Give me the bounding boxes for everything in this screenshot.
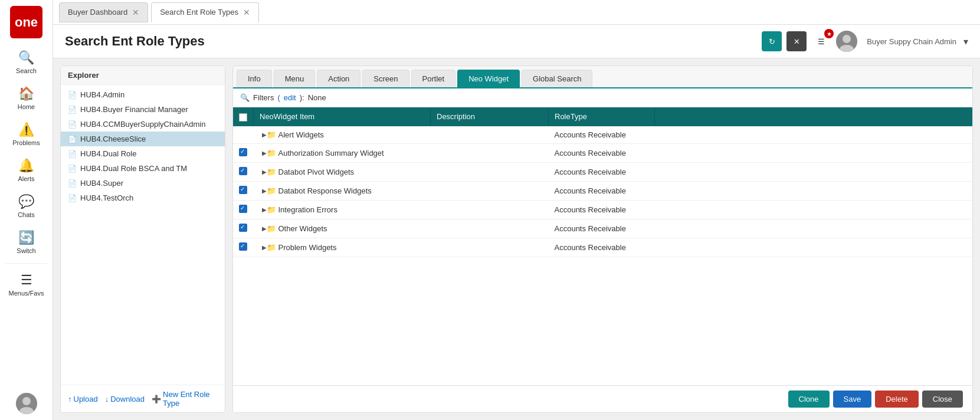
upload-arrow-icon: ↑ — [68, 395, 72, 403]
bottom-action-bar: Clone Save Delete Close — [233, 385, 972, 412]
row-name-5: ▶ 📁 Other Widgets — [254, 219, 431, 238]
delete-button[interactable]: Delete — [875, 391, 919, 408]
close-page-button[interactable]: ✕ — [786, 31, 807, 51]
explorer-item-hub4-ccm[interactable]: 📄 HUB4.CCMBuyerSupplyChainAdmin — [61, 117, 225, 132]
col-header-check[interactable] — [233, 107, 254, 126]
filters-edit-text[interactable]: edit — [284, 93, 296, 102]
explorer-item-label-0: HUB4.Admin — [80, 90, 124, 99]
checkbox-checked-4[interactable] — [239, 205, 247, 213]
sidebar-item-chats[interactable]: 💬 Chats — [0, 188, 53, 224]
checkbox-checked-3[interactable] — [239, 186, 247, 194]
explorer-item-hub4-dual-bsca[interactable]: 📄 HUB4.Dual Role BSCA and TM — [61, 161, 225, 176]
explorer-item-label-6: HUB4.Super — [80, 179, 123, 188]
tab-neo-widget[interactable]: Neo Widget — [457, 70, 520, 87]
tab-global-search[interactable]: Global Search — [522, 70, 592, 87]
tab-search-ent-role-types-label: Search Ent Role Types — [160, 8, 238, 17]
tab-buyer-dashboard[interactable]: Buyer Dashboard ✕ — [59, 2, 148, 22]
tab-menu[interactable]: Menu — [274, 70, 316, 87]
tab-portlet[interactable]: Portlet — [411, 70, 456, 87]
folder-icon-2: 📁 — [267, 168, 276, 176]
filter-icon: 🔍 — [240, 93, 250, 102]
sidebar-label-search: Search — [16, 67, 37, 74]
sidebar-label-home: Home — [18, 103, 35, 110]
explorer-item-hub4-admin[interactable]: 📄 HUB4.Admin — [61, 87, 225, 102]
clone-button[interactable]: Clone — [788, 391, 830, 408]
user-dropdown-arrow[interactable]: ▾ — [963, 36, 968, 47]
svg-point-1 — [22, 397, 31, 405]
explorer-item-hub4-testorch[interactable]: 📄 HUB4.TestOrch — [61, 191, 225, 205]
svg-point-4 — [843, 35, 851, 43]
row-expand-6[interactable]: ▶ — [262, 244, 267, 251]
sidebar-item-alerts[interactable]: 🔔 Alerts — [0, 152, 53, 188]
sidebar-item-switch[interactable]: 🔄 Switch — [0, 224, 53, 260]
explorer-item-hub4-buyer-fm[interactable]: 📄 HUB4.Buyer Financial Manager — [61, 102, 225, 117]
checkbox-checked-1[interactable] — [239, 148, 247, 156]
save-button[interactable]: Save — [833, 391, 872, 408]
explorer-item-label-3: HUB4.CheeseSlice — [80, 134, 146, 143]
filters-edit-link[interactable]: ( — [277, 93, 280, 102]
explorer-item-label-2: HUB4.CCMBuyerSupplyChainAdmin — [80, 120, 205, 129]
row-desc-5 — [431, 219, 549, 238]
sidebar-item-search[interactable]: 🔍 Search — [0, 44, 53, 80]
refresh-button[interactable]: ↻ — [762, 31, 782, 51]
row-check-5[interactable] — [233, 219, 254, 238]
row-role-5: Accounts Receivable — [549, 219, 655, 238]
close-button[interactable]: Close — [922, 391, 963, 408]
tab-search-ent-role-types-close[interactable]: ✕ — [243, 8, 250, 17]
tab-screen[interactable]: Screen — [362, 70, 409, 87]
sidebar-item-problems[interactable]: ⚠️ Problems — [0, 116, 53, 152]
row-role-0: Accounts Receivable — [549, 126, 655, 144]
bell-icon: 🔔 — [18, 158, 34, 173]
col-header-roletype: RoleType — [549, 107, 655, 126]
row-check-2[interactable] — [233, 162, 254, 181]
explorer-item-hub4-cheese[interactable]: 📄 HUB4.CheeseSlice — [61, 132, 225, 146]
sidebar-item-menus[interactable]: ☰ Menus/Favs — [0, 267, 53, 303]
checkbox-checked-5[interactable] — [239, 224, 247, 232]
filters-bar: 🔍 Filters ( edit ): None — [233, 88, 972, 107]
row-check-6[interactable] — [233, 238, 254, 257]
row-label-0: Alert Widgets — [278, 130, 324, 139]
row-expand-4[interactable]: ▶ — [262, 206, 267, 213]
checkbox-checked-2[interactable] — [239, 167, 247, 175]
row-expand-5[interactable]: ▶ — [262, 225, 267, 232]
row-expand-3[interactable]: ▶ — [262, 188, 267, 194]
row-check-4[interactable] — [233, 200, 254, 219]
sidebar-label-alerts: Alerts — [18, 175, 34, 182]
tab-buyer-dashboard-label: Buyer Dashboard — [68, 8, 127, 17]
row-expand-0[interactable]: ▶ — [262, 132, 267, 138]
sidebar-label-switch: Switch — [17, 247, 35, 254]
row-desc-2 — [431, 162, 549, 181]
folder-icon-1: 📁 — [267, 149, 276, 158]
row-name-3: ▶ 📁 Databot Response Widgets — [254, 181, 431, 200]
explorer-item-hub4-dual[interactable]: 📄 HUB4.Dual Role — [61, 146, 225, 161]
folder-icon-3: 📁 — [267, 186, 276, 195]
row-check-1[interactable] — [233, 143, 254, 162]
table-row: ▶ 📁 Alert Widgets Accounts Receivable — [233, 126, 972, 144]
row-check-3[interactable] — [233, 181, 254, 200]
row-role-6: Accounts Receivable — [549, 238, 655, 257]
explorer-item-hub4-super[interactable]: 📄 HUB4.Super — [61, 176, 225, 191]
row-expand-1[interactable]: ▶ — [262, 150, 267, 156]
select-all-checkbox[interactable] — [239, 113, 247, 122]
table-row: ▶ 📁 Databot Pivot Widgets Accounts Recei… — [233, 162, 972, 181]
upload-link[interactable]: ↑ Upload — [68, 395, 98, 403]
sidebar-item-home[interactable]: 🏠 Home — [0, 80, 53, 116]
new-ent-role-type-link[interactable]: ➕ New Ent Role Type — [152, 390, 218, 408]
tab-buyer-dashboard-close[interactable]: ✕ — [132, 8, 139, 17]
doc-icon-5: 📄 — [68, 165, 77, 173]
tab-action[interactable]: Action — [317, 70, 360, 87]
refresh-icon: ↻ — [769, 37, 775, 46]
menu-button[interactable]: ☰ ★ — [811, 31, 831, 51]
table-row: ▶ 📁 Authorization Summary Widget Account… — [233, 143, 972, 162]
checkbox-checked-6[interactable] — [239, 242, 247, 251]
download-link[interactable]: ↓ Download — [105, 395, 145, 403]
sidebar-item-avatar-bottom[interactable] — [0, 387, 53, 420]
row-expand-2[interactable]: ▶ — [262, 169, 267, 175]
row-label-1: Authorization Summary Widget — [278, 149, 384, 158]
row-check-0[interactable] — [233, 126, 254, 144]
tab-info[interactable]: Info — [237, 70, 272, 87]
plus-icon: ➕ — [152, 395, 161, 403]
folder-icon-0: 📁 — [267, 130, 276, 139]
notification-badge: ★ — [824, 29, 834, 38]
tab-search-ent-role-types[interactable]: Search Ent Role Types ✕ — [151, 2, 259, 22]
